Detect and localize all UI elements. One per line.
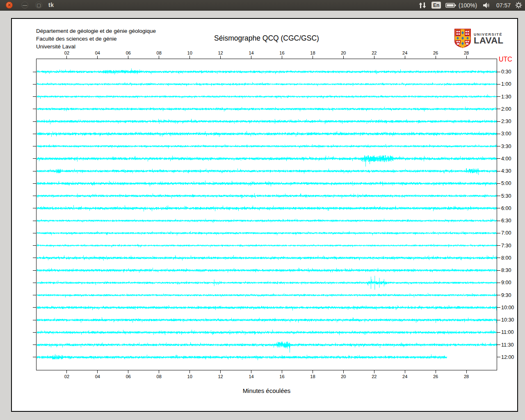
trace-tick-mark [497, 345, 500, 345]
trace-tick-mark [33, 332, 36, 333]
x-tick-mark [128, 370, 128, 373]
x-tick-mark [313, 370, 313, 373]
clock[interactable]: 07:57 [496, 0, 511, 10]
x-tick-label: 02 [64, 50, 69, 55]
x-tick-label: 06 [126, 374, 131, 379]
trace-time-label: 3:30 [501, 144, 511, 149]
logo-laval-label: LAVAL [474, 37, 504, 45]
trace-time-label: 1:30 [501, 94, 511, 100]
network-arrows-icon[interactable] [418, 0, 427, 10]
trace-tick-mark [497, 84, 500, 84]
x-tick-label: 26 [433, 50, 438, 55]
trace-time-label: 2:00 [501, 106, 511, 112]
trace-tick-mark [497, 109, 500, 109]
trace-tick-mark [33, 233, 36, 233]
utc-label: UTC [499, 56, 512, 63]
volume-icon[interactable] [483, 0, 491, 10]
x-tick-mark [189, 56, 190, 59]
trace-tick-mark [33, 357, 36, 357]
x-tick-mark [343, 56, 344, 59]
trace-time-label: 4:00 [501, 156, 511, 162]
trace-time-label: 2:30 [501, 119, 511, 124]
x-tick-mark [374, 370, 374, 373]
x-tick-label: 06 [126, 50, 131, 55]
close-icon[interactable]: ✕ [6, 2, 13, 9]
x-tick-label: 10 [187, 50, 192, 55]
trace-time-label: 8:30 [501, 267, 511, 273]
x-tick-mark [220, 370, 221, 373]
trace-time-label: 6:00 [501, 205, 511, 211]
session-gear-icon[interactable] [515, 0, 522, 10]
x-tick-mark [189, 370, 190, 373]
trace-time-label: 9:30 [501, 292, 511, 298]
x-tick-label: 22 [372, 374, 377, 379]
trace-tick-mark [33, 270, 36, 271]
trace-tick-mark [33, 283, 36, 283]
trace-tick-mark [33, 109, 36, 109]
x-tick-mark [159, 56, 159, 59]
x-tick-label: 12 [218, 50, 223, 55]
trace-time-label: 5:00 [501, 180, 511, 186]
x-tick-mark [466, 56, 467, 59]
x-tick-label: 08 [157, 50, 162, 55]
x-tick-mark [282, 56, 282, 59]
trace-tick-mark [497, 196, 500, 196]
window-title: tk [48, 2, 54, 8]
trace-tick-mark [497, 307, 500, 308]
x-tick-label: 02 [64, 374, 69, 379]
trace-time-label: 3:00 [501, 131, 511, 137]
x-tick-label: 08 [157, 374, 162, 379]
x-tick-mark [128, 56, 128, 59]
institution-header: Département de géologie et de génie géol… [36, 27, 156, 50]
trace-time-label: 8:00 [501, 255, 511, 261]
trace-tick-mark [497, 320, 500, 320]
x-tick-label: 26 [433, 374, 438, 379]
keyboard-layout-indicator[interactable]: En [431, 2, 441, 9]
trace-tick-mark [497, 357, 500, 357]
x-tick-mark [436, 56, 436, 59]
trace-time-label: 7:30 [501, 243, 511, 249]
chart-title: Séismographe QCQ (CGC/GSC) [164, 34, 369, 43]
header-line-1: Département de géologie et de génie géol… [36, 27, 156, 35]
seismograph-traces [37, 59, 497, 370]
trace-time-label: 9:00 [501, 280, 511, 285]
trace-tick-mark [33, 307, 36, 308]
trace-tick-mark [33, 171, 36, 171]
x-tick-mark [374, 56, 374, 59]
x-tick-label: 14 [249, 374, 253, 379]
trace-tick-mark [33, 121, 36, 122]
x-tick-mark [159, 370, 159, 373]
x-tick-label: 20 [341, 374, 346, 379]
trace-tick-mark [33, 134, 36, 134]
trace-tick-mark [33, 245, 36, 246]
maximize-icon[interactable]: ▢ [35, 2, 42, 9]
trace-time-label: 4:30 [501, 168, 511, 174]
trace-tick-mark [33, 158, 36, 159]
trace-tick-mark [33, 221, 36, 221]
trace-time-label: 1:00 [501, 81, 511, 87]
battery-icon[interactable] [445, 0, 456, 10]
trace-tick-mark [497, 245, 500, 246]
x-tick-label: 04 [95, 50, 100, 55]
x-tick-mark [405, 370, 405, 373]
titlebar[interactable]: ✕ — ▢ tk En (100%) 07:57 [0, 0, 525, 11]
minimize-icon[interactable]: — [21, 2, 28, 9]
x-tick-label: 18 [310, 374, 315, 379]
trace-tick-mark [33, 320, 36, 320]
x-tick-label: 16 [279, 50, 284, 55]
laval-shield-icon [454, 29, 471, 48]
x-tick-mark [405, 56, 405, 59]
x-tick-mark [97, 56, 98, 59]
trace-tick-mark [497, 183, 500, 184]
trace-tick-mark [497, 72, 500, 72]
x-tick-mark [220, 56, 221, 59]
trace-tick-mark [497, 146, 500, 146]
trace-tick-mark [497, 270, 500, 271]
battery-percentage[interactable]: (100%) [459, 0, 477, 10]
trace-tick-mark [497, 221, 500, 221]
x-tick-mark [251, 370, 251, 373]
x-tick-label: 14 [249, 50, 253, 55]
x-tick-mark [313, 56, 313, 59]
trace-time-label: 5:30 [501, 193, 511, 199]
trace-tick-mark [33, 146, 36, 146]
